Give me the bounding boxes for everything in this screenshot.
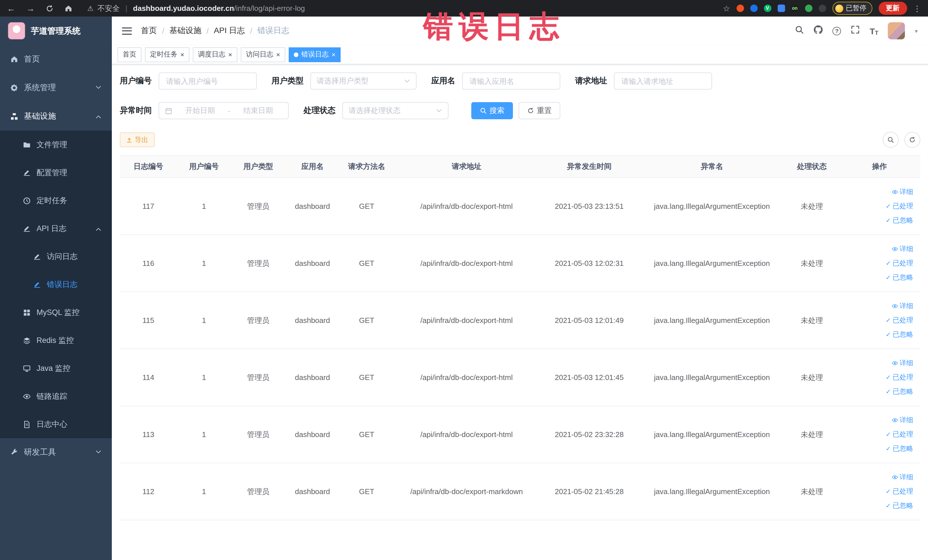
bookmark-star-icon[interactable]: ☆ <box>723 4 730 13</box>
forward-icon[interactable]: → <box>26 4 35 12</box>
toggle-search-button[interactable] <box>882 132 898 148</box>
ignore-link[interactable]: ✓已忽略 <box>844 214 913 227</box>
sidebar-item-file[interactable]: 文件管理 <box>0 131 112 159</box>
col-user-id: 用户编号 <box>177 156 231 178</box>
sidebar-item-error-log[interactable]: 错误日志 <box>0 270 112 298</box>
check-icon: ✓ <box>886 256 891 270</box>
tab-job[interactable]: 定时任务 × <box>145 47 189 62</box>
sidebar-submenu-infra: 文件管理 配置管理 定时任务 API 日志 <box>0 131 112 438</box>
eye-icon <box>23 392 31 400</box>
user-id-input[interactable] <box>159 72 257 90</box>
breadcrumb-infra[interactable]: 基础设施 <box>169 26 201 36</box>
chevron-down-icon <box>95 83 102 92</box>
tab-access-log[interactable]: 访问日志 × <box>241 47 285 62</box>
tab-error-log[interactable]: 错误日志 × <box>289 47 340 62</box>
sidebar-item-job[interactable]: 定时任务 <box>0 186 112 215</box>
extension-icon-green[interactable] <box>805 5 812 12</box>
ignore-link[interactable]: ✓已忽略 <box>844 328 913 342</box>
export-button[interactable]: 导出 <box>120 132 155 147</box>
process-link[interactable]: ✓已处理 <box>844 199 913 214</box>
update-button[interactable]: 更新 <box>878 2 907 15</box>
reset-button[interactable]: 重置 <box>519 102 560 119</box>
github-icon[interactable] <box>814 25 823 37</box>
date-end-field[interactable]: 结束日期 <box>234 105 282 116</box>
sidebar-item-api-log[interactable]: API 日志 <box>0 215 112 243</box>
app-name-input[interactable] <box>462 72 560 90</box>
search-button[interactable]: 搜索 <box>471 102 513 119</box>
request-url-input[interactable] <box>614 72 712 90</box>
extension-icon-v[interactable]: V <box>764 5 771 12</box>
close-icon[interactable]: × <box>228 51 232 58</box>
search-icon[interactable] <box>795 25 804 37</box>
col-method: 请求方法名 <box>339 156 394 178</box>
close-icon[interactable]: × <box>276 51 280 58</box>
reload-icon[interactable] <box>46 4 53 12</box>
user-avatar[interactable] <box>888 22 905 40</box>
date-range-picker[interactable]: 开始日期 - 结束日期 <box>159 102 289 119</box>
refresh-button[interactable] <box>904 132 920 148</box>
detail-link[interactable]: 详细 <box>844 242 913 256</box>
close-icon[interactable]: × <box>331 51 336 58</box>
close-icon[interactable]: × <box>180 51 184 58</box>
sidebar-item-java[interactable]: Java 监控 <box>0 354 112 382</box>
ignore-link[interactable]: ✓已忽略 <box>844 499 913 513</box>
process-link[interactable]: ✓已处理 <box>844 370 913 385</box>
extension-icon-grid[interactable] <box>777 5 785 12</box>
sidebar-item-redis[interactable]: Redis 监控 <box>0 327 112 354</box>
detail-link[interactable]: 详细 <box>844 413 913 427</box>
tab-job-log[interactable]: 调度日志 × <box>193 47 237 62</box>
sidebar-item-infra[interactable]: 基础设施 <box>0 102 112 131</box>
sidebar-item-trace[interactable]: 链路追踪 <box>0 382 112 410</box>
ignore-link[interactable]: ✓已忽略 <box>844 442 913 456</box>
breadcrumb-home[interactable]: 首页 <box>141 26 157 36</box>
chevron-down-icon <box>404 78 410 84</box>
breadcrumb-api-log[interactable]: API 日志 <box>214 26 245 36</box>
browser-menu-icon[interactable]: ⋮ <box>913 4 921 13</box>
sidebar-item-log-center[interactable]: 日志中心 <box>0 410 112 438</box>
extension-icon-orange[interactable] <box>736 5 744 12</box>
app-logo-row[interactable]: 芋道管理系统 <box>0 17 112 45</box>
sidebar-item-config[interactable]: 配置管理 <box>0 159 112 186</box>
browser-chrome: ← → ⚠ 不安全 | dashboard.yudao.iocoder.cn/i… <box>0 0 928 17</box>
chevron-up-icon <box>95 112 102 121</box>
sidebar-item-home[interactable]: 首页 <box>0 45 112 73</box>
ignore-link[interactable]: ✓已忽略 <box>844 385 913 399</box>
home-icon <box>10 55 18 63</box>
detail-link[interactable]: 详细 <box>844 356 913 370</box>
process-link[interactable]: ✓已处理 <box>844 256 913 270</box>
avatar-caret-icon[interactable]: ▾ <box>915 27 918 34</box>
back-icon[interactable]: ← <box>7 4 15 12</box>
user-type-select[interactable]: 请选择用户类型 <box>310 72 417 90</box>
sidebar-item-access-log[interactable]: 访问日志 <box>0 243 112 270</box>
help-icon[interactable]: ? <box>832 26 841 35</box>
doc-edit-icon <box>33 252 41 261</box>
process-link[interactable]: ✓已处理 <box>844 427 913 442</box>
process-status-select[interactable]: 请选择处理状态 <box>342 102 449 119</box>
tab-home[interactable]: 首页 <box>118 47 142 62</box>
extension-icon-on[interactable]: on <box>791 5 798 12</box>
fullscreen-icon[interactable] <box>851 25 860 37</box>
font-size-icon[interactable]: TT <box>870 26 878 36</box>
browser-toolbar-right: ☆ V on 已暂停 更新 ⋮ <box>723 2 921 15</box>
paused-badge[interactable]: 已暂停 <box>832 2 872 15</box>
ignore-link[interactable]: ✓已忽略 <box>844 270 913 285</box>
sidebar-item-system[interactable]: 系统管理 <box>0 73 112 102</box>
menu-fold-icon[interactable] <box>122 27 132 35</box>
process-link[interactable]: ✓已处理 <box>844 484 913 499</box>
detail-link[interactable]: 详细 <box>844 185 913 199</box>
address-divider: | <box>125 4 128 12</box>
exception-time-label: 异常时间 <box>120 105 152 116</box>
address-bar[interactable]: ⚠ 不安全 | dashboard.yudao.iocoder.cn/infra… <box>87 3 723 14</box>
extension-icon-blue-drop[interactable] <box>750 5 757 12</box>
sidebar-item-devtools[interactable]: 研发工具 <box>0 438 112 467</box>
sidebar-item-mysql[interactable]: MySQL 监控 <box>0 298 112 327</box>
date-start-field[interactable]: 开始日期 <box>176 105 224 116</box>
process-link[interactable]: ✓已处理 <box>844 313 913 328</box>
detail-link[interactable]: 详细 <box>844 299 913 313</box>
user-type-label: 用户类型 <box>272 76 304 86</box>
detail-link[interactable]: 详细 <box>844 470 913 484</box>
table-row: 116 1 管理员 dashboard GET /api/infra/db-do… <box>120 235 920 292</box>
calendar-icon <box>165 107 172 114</box>
extension-icon-dark[interactable] <box>818 5 826 12</box>
browser-home-icon[interactable] <box>64 4 72 12</box>
